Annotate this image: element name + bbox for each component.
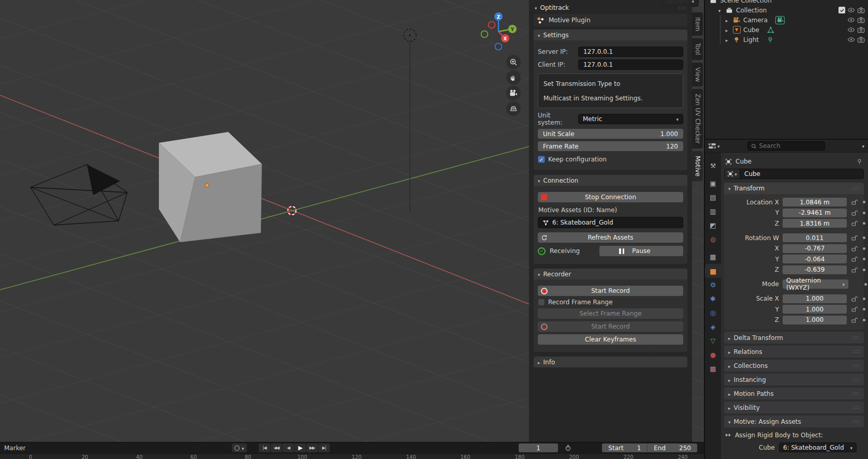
lock-open-icon[interactable] <box>851 317 858 323</box>
tab-material[interactable] <box>705 348 721 362</box>
outliner-row-collection[interactable]: Collection <box>705 5 868 15</box>
camera-view-button[interactable] <box>506 86 521 100</box>
tab-constraints[interactable] <box>705 320 721 334</box>
section-delta-transform[interactable]: Delta Transform ∷∷ <box>724 332 864 344</box>
stopwatch-button[interactable] <box>562 443 573 452</box>
clear-keyframes-button[interactable]: Clear Keyframes <box>538 334 683 345</box>
object-id-icon[interactable] <box>725 169 740 179</box>
lock-open-icon[interactable] <box>851 256 858 262</box>
expander-icon[interactable] <box>724 36 730 43</box>
transform-header[interactable]: Transform ∷∷ <box>724 183 864 194</box>
jump-to-start-button[interactable]: |◀ <box>259 443 270 452</box>
tab-object[interactable] <box>705 264 721 278</box>
ortho-toggle-button[interactable] <box>506 101 521 116</box>
3d-viewport[interactable]: Options Z Y X Optitrack ∷∷ Motiv <box>0 0 704 442</box>
keep-configuration-checkbox[interactable] <box>538 156 545 163</box>
search-input[interactable] <box>759 142 821 150</box>
pan-button[interactable] <box>506 70 521 85</box>
rotation-mode-dropdown[interactable]: Quaternion (WXYZ) <box>783 279 848 289</box>
play-reverse-button[interactable]: ◀ <box>283 443 294 452</box>
lock-open-icon[interactable] <box>851 306 858 313</box>
value-slider[interactable]: -0.064 <box>783 255 847 263</box>
tab-output[interactable] <box>705 190 721 204</box>
render-camera-icon[interactable] <box>857 26 865 34</box>
animate-dot[interactable] <box>863 258 865 260</box>
record-frame-range-checkbox[interactable] <box>538 299 545 306</box>
section-motion-paths[interactable]: Motion Paths ∷∷ <box>724 388 864 399</box>
animate-dot[interactable] <box>864 283 867 286</box>
animate-dot[interactable] <box>863 222 865 225</box>
chevron-down-icon[interactable] <box>242 445 244 452</box>
lock-open-icon[interactable] <box>851 295 858 302</box>
settings-header[interactable]: Settings <box>534 29 687 40</box>
tab-world[interactable] <box>705 232 721 246</box>
expander-icon[interactable] <box>716 7 723 14</box>
client-ip-field[interactable] <box>578 60 683 70</box>
tab-scene[interactable] <box>705 218 721 232</box>
editor-type-switcher[interactable] <box>709 142 720 150</box>
refresh-assets-button[interactable]: Refresh Assets <box>538 232 683 243</box>
animate-dot[interactable] <box>863 247 865 250</box>
tab-particles[interactable] <box>705 292 721 306</box>
value-slider[interactable]: -0.639 <box>783 265 847 274</box>
stop-connection-button[interactable]: Stop Connection <box>538 192 683 202</box>
tab-render[interactable] <box>705 176 721 190</box>
value-slider[interactable]: -2.9461 m <box>783 209 847 217</box>
lock-open-icon[interactable] <box>851 266 858 273</box>
animate-dot[interactable] <box>863 269 865 271</box>
lock-open-icon[interactable] <box>851 199 858 205</box>
panel-grip[interactable]: ∷∷ <box>852 186 860 191</box>
jump-to-end-button[interactable]: ▶| <box>318 443 330 452</box>
animate-dot[interactable] <box>863 201 865 203</box>
auto-key-record-icon[interactable] <box>234 446 240 451</box>
value-slider[interactable]: 1.000 <box>783 305 847 314</box>
sidebar-tab-tool[interactable]: Tool <box>692 38 703 60</box>
assign-asset-dropdown[interactable]: 6: Skateboard_Gold <box>779 442 857 452</box>
tab-view-layer[interactable] <box>705 204 721 218</box>
asset-select-dropdown[interactable]: 6: Skateboard_Gold <box>538 217 683 228</box>
sidebar-tab-zen-uv-checker[interactable]: Zen UV Checker <box>692 89 703 149</box>
axis-neg-y[interactable] <box>481 31 488 38</box>
optitrack-panel-header[interactable]: Optitrack ∷∷ <box>534 2 687 13</box>
server-ip-field[interactable] <box>578 47 683 57</box>
pin-icon[interactable] <box>856 158 863 165</box>
tab-tool[interactable] <box>705 159 721 173</box>
expander-icon[interactable] <box>724 26 730 34</box>
start-frame-field[interactable]: Start 1 <box>602 443 648 452</box>
breadcrumb-object[interactable]: Cube <box>735 158 752 165</box>
render-camera-icon[interactable] <box>857 36 865 43</box>
frame-rate-slider[interactable]: Frame Rate 120 <box>538 141 683 151</box>
sidebar-tab-view[interactable]: View <box>692 63 703 86</box>
render-camera-icon[interactable] <box>857 16 865 24</box>
tab-object-data[interactable] <box>705 334 721 348</box>
section-collections[interactable]: Collections ∷∷ <box>724 360 864 372</box>
prev-keyframe-button[interactable]: ◀◀ <box>271 443 282 452</box>
lock-open-icon[interactable] <box>851 234 858 241</box>
eye-icon[interactable] <box>847 16 855 24</box>
section-motive-assign-assets[interactable]: Motive: Assign Assets ∷∷ <box>724 416 864 427</box>
properties-search[interactable] <box>747 141 825 151</box>
connection-header[interactable]: Connection <box>534 175 687 186</box>
timeline-ruler[interactable]: 0 20 40 60 80 100 120 140 160 180 200 22… <box>0 453 704 459</box>
eye-icon[interactable] <box>847 26 855 34</box>
auto-keying-group[interactable] <box>232 443 247 452</box>
render-camera-icon[interactable] <box>857 6 865 14</box>
animate-dot[interactable] <box>863 319 865 321</box>
camera-object[interactable] <box>31 165 127 225</box>
animate-dot[interactable] <box>863 308 865 310</box>
value-slider[interactable]: 1.0846 m <box>783 198 847 206</box>
pause-button[interactable]: Pause <box>599 246 683 256</box>
collection-checkbox[interactable] <box>838 7 845 13</box>
header-options-chevron-icon[interactable] <box>862 142 864 150</box>
animate-dot[interactable] <box>863 212 865 214</box>
tab-texture[interactable] <box>705 362 721 376</box>
info-header[interactable]: Info <box>534 357 687 367</box>
sidebar-tab-item[interactable]: Item <box>692 12 703 36</box>
tab-modifiers[interactable] <box>705 278 721 292</box>
current-frame-field[interactable]: 1 <box>519 443 558 452</box>
value-slider[interactable]: 1.000 <box>783 294 847 303</box>
select-frame-range-button[interactable]: Select Frame Range <box>538 308 683 319</box>
unit-scale-slider[interactable]: Unit Scale 1.000 <box>538 129 683 139</box>
zoom-button[interactable] <box>506 55 521 69</box>
eye-icon[interactable] <box>847 36 855 43</box>
